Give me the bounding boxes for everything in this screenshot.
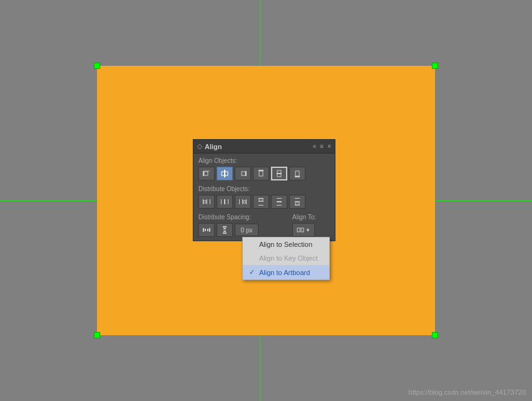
svg-rect-6 [242, 172, 245, 175]
svg-rect-38 [207, 229, 208, 231]
distribute-spacing-horiz-button[interactable] [198, 223, 215, 237]
panel-close-button[interactable]: × [327, 143, 331, 150]
distribute-objects-buttons [198, 195, 330, 209]
dropdown-item-align-artboard[interactable]: ✓ Align to Artboard [243, 265, 329, 279]
panel-controls: « ≡ × [313, 143, 331, 150]
svg-rect-41 [223, 228, 226, 229]
svg-rect-23 [243, 200, 246, 203]
svg-rect-12 [295, 171, 299, 176]
align-top-button[interactable] [253, 167, 269, 180]
svg-rect-19 [228, 199, 228, 204]
svg-rect-17 [221, 199, 222, 204]
svg-rect-36 [209, 228, 210, 232]
dropdown-menu: Align to Selection Align to Key Object ✓… [242, 237, 330, 280]
panel-titlebar: ◇ Align « ≡ × [193, 140, 335, 154]
dropdown-item-align-selection[interactable]: Align to Selection [243, 237, 329, 251]
dropdown-item-check-artboard: ✓ [249, 268, 257, 276]
svg-rect-43 [297, 228, 300, 232]
svg-rect-20 [239, 199, 240, 204]
align-center-vertical-button[interactable] [271, 167, 287, 180]
svg-rect-31 [295, 198, 300, 199]
align-to-dropdown-button[interactable]: ▼ [292, 223, 315, 237]
svg-rect-28 [277, 198, 282, 199]
distribute-vert-top-button[interactable] [253, 195, 269, 209]
distribute-spacing-vert-button[interactable] [217, 223, 233, 237]
distribute-horiz-right-button[interactable] [235, 195, 251, 209]
svg-rect-14 [207, 199, 207, 204]
distribute-horiz-left-button[interactable] [198, 195, 215, 209]
align-left-button[interactable] [198, 167, 215, 180]
svg-rect-29 [277, 201, 282, 202]
svg-rect-40 [223, 232, 227, 234]
svg-rect-21 [242, 199, 243, 204]
svg-rect-30 [277, 205, 282, 206]
panel-title-icon: ◇ [197, 142, 202, 150]
svg-rect-18 [224, 199, 225, 204]
align-panel: ◇ Align « ≡ × Align Objects: [193, 139, 335, 241]
svg-rect-26 [258, 205, 263, 206]
svg-rect-44 [301, 228, 304, 232]
svg-rect-16 [203, 200, 206, 203]
panel-collapse-button[interactable]: « [313, 143, 317, 150]
svg-rect-1 [204, 172, 208, 175]
panel-menu-button[interactable]: ≡ [320, 143, 324, 150]
watermark: https://blog.csdn.net/weixin_44173720 [409, 388, 526, 396]
panel-title: Align [205, 143, 222, 150]
svg-rect-27 [259, 199, 263, 201]
distribute-spacing-section: Distribute Spacing: [198, 214, 290, 237]
svg-rect-37 [205, 229, 206, 231]
align-objects-buttons [198, 167, 330, 180]
align-bottom-button[interactable] [289, 167, 305, 180]
distribute-vert-center-button[interactable] [271, 195, 287, 209]
panel-title-left: ◇ Align [197, 142, 222, 150]
svg-rect-2 [204, 170, 210, 172]
handle-top-left[interactable] [94, 63, 100, 69]
align-to-label: Align To: [292, 214, 330, 221]
align-objects-label: Align Objects: [198, 157, 330, 164]
panel-body: Align Objects: [193, 154, 335, 241]
spacing-controls [198, 223, 290, 237]
svg-rect-34 [295, 202, 299, 205]
handle-bottom-right[interactable] [432, 332, 438, 338]
handle-top-right[interactable] [432, 63, 438, 69]
svg-rect-39 [223, 226, 227, 227]
svg-rect-3 [224, 170, 225, 177]
dropdown-item-align-key-object: Align to Key Object [243, 251, 329, 265]
spacing-input[interactable] [235, 224, 258, 236]
align-center-horizontal-button[interactable] [217, 167, 233, 180]
handle-bottom-left[interactable] [94, 332, 100, 338]
distribute-vert-bottom-button[interactable] [289, 195, 305, 209]
align-to-dropdown: ▼ Align to Selection Align to Key Object [292, 223, 330, 237]
align-right-button[interactable] [235, 167, 251, 180]
svg-rect-35 [203, 228, 204, 232]
distribute-objects-label: Distribute Objects: [198, 185, 330, 192]
distribute-spacing-row: Distribute Spacing: [198, 214, 330, 237]
svg-rect-32 [295, 201, 300, 202]
svg-rect-15 [210, 199, 210, 204]
svg-rect-42 [223, 231, 226, 232]
align-to-section: Align To: ▼ Align to Selection [292, 214, 330, 237]
distribute-horiz-center-button[interactable] [217, 195, 233, 209]
distribute-spacing-label: Distribute Spacing: [198, 214, 290, 221]
svg-rect-8 [259, 171, 263, 176]
